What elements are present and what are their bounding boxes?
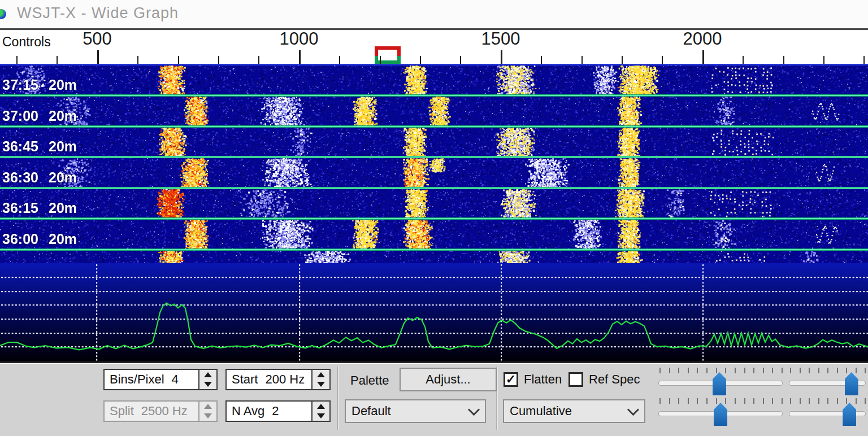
spectrum-display[interactable] bbox=[0, 263, 868, 361]
waterfall-band-label: 20m bbox=[49, 77, 77, 93]
waterfall-time-label: 36:00 bbox=[2, 231, 38, 247]
slider-tick bbox=[669, 368, 670, 373]
slider-tick bbox=[659, 398, 661, 404]
scale-minor-tick bbox=[420, 56, 421, 64]
adjust-button-label: Adjust... bbox=[426, 372, 470, 387]
waterfall-time-label: 37:15 bbox=[2, 77, 38, 93]
spectrum-mode-select[interactable]: Cumulative bbox=[503, 399, 645, 423]
slider-handle[interactable] bbox=[714, 403, 727, 426]
spectrum-gain-slider[interactable] bbox=[658, 398, 783, 426]
controls-label[interactable]: Controls bbox=[2, 34, 51, 50]
flatten-checkbox[interactable]: ✓ Flatten bbox=[504, 372, 562, 387]
flatten-label: Flatten bbox=[524, 372, 562, 387]
slider-tick bbox=[688, 368, 689, 373]
scale-minor-tick bbox=[137, 56, 138, 64]
slider-tick bbox=[800, 398, 801, 404]
slider-tick bbox=[772, 368, 773, 373]
spinner-buttons[interactable] bbox=[311, 402, 329, 421]
waterfall-band-label: 20m bbox=[49, 200, 77, 216]
spin-down-icon bbox=[199, 380, 216, 389]
slider-tick bbox=[790, 368, 791, 373]
scale-minor-tick bbox=[622, 56, 623, 64]
bins-pixel-label: Bins/Pixel bbox=[110, 372, 164, 386]
spinner-buttons[interactable] bbox=[198, 370, 216, 389]
scale-minor-tick bbox=[743, 56, 744, 64]
scale-minor-tick bbox=[863, 56, 865, 64]
palette-select[interactable]: Default bbox=[345, 399, 486, 423]
bins-pixel-spinbox[interactable]: Bins/Pixel4 bbox=[103, 369, 218, 390]
waterfall-gain-slider[interactable] bbox=[658, 368, 783, 396]
frequency-scale[interactable]: Controls 500100015002000 bbox=[0, 30, 868, 64]
slider-tick bbox=[837, 398, 838, 404]
slider-tick bbox=[827, 398, 828, 404]
ref-spec-label: Ref Spec bbox=[589, 372, 640, 387]
control-panel: Bins/Pixel4 Start200 Hz Split2500 Hz N A… bbox=[0, 361, 868, 436]
slider-tick bbox=[716, 398, 717, 404]
slider-tick bbox=[782, 368, 783, 373]
scale-minor-tick bbox=[380, 56, 381, 64]
palette-label: Palette bbox=[350, 373, 389, 388]
slider-handle[interactable] bbox=[713, 372, 726, 395]
scale-minor-tick bbox=[16, 56, 18, 64]
panel-separator bbox=[337, 367, 338, 430]
waterfall-display[interactable] bbox=[0, 64, 868, 263]
slider-tick bbox=[809, 398, 810, 404]
waterfall-band-label: 20m bbox=[49, 138, 77, 155]
slider-tick bbox=[725, 368, 726, 373]
split-hz-spinbox: Split2500 Hz bbox=[103, 400, 218, 422]
spin-up-icon bbox=[313, 402, 329, 411]
frequency-tick-label: 500 bbox=[58, 29, 137, 49]
scale-major-tick bbox=[702, 50, 704, 64]
frequency-tick-label: 2000 bbox=[663, 29, 742, 49]
tx-marker-icon bbox=[375, 46, 401, 56]
slider-tick bbox=[763, 398, 764, 404]
n-avg-label: N Avg bbox=[232, 404, 264, 418]
checkbox-box[interactable]: ✓ bbox=[504, 372, 518, 387]
slider-tick bbox=[846, 368, 847, 373]
split-value: 2500 Hz bbox=[141, 404, 188, 418]
slider-handle[interactable] bbox=[843, 403, 856, 426]
waterfall-zero-slider[interactable] bbox=[789, 368, 866, 396]
mode-selected-value: Cumulative bbox=[510, 404, 572, 418]
waterfall-band-label: 20m bbox=[49, 108, 77, 124]
slider-tick bbox=[725, 398, 726, 404]
frequency-tick-label: 1000 bbox=[259, 29, 338, 49]
start-hz-spinbox[interactable]: Start200 Hz bbox=[225, 369, 331, 390]
slider-tick bbox=[688, 398, 689, 404]
split-label: Split bbox=[110, 404, 134, 418]
slider-tick bbox=[753, 398, 754, 404]
palette-adjust-button[interactable]: Adjust... bbox=[400, 368, 497, 391]
n-avg-spinbox[interactable]: N Avg2 bbox=[225, 400, 331, 422]
scale-minor-tick bbox=[258, 56, 259, 64]
spinner-buttons[interactable] bbox=[311, 370, 329, 389]
spin-up-icon bbox=[199, 402, 216, 411]
title-bar[interactable]: WSJT-X - Wide Graph bbox=[0, 0, 868, 30]
slider-tick bbox=[706, 368, 708, 373]
slider-tick bbox=[753, 368, 754, 373]
slider-tick bbox=[735, 398, 736, 404]
slider-tick bbox=[800, 368, 801, 373]
slider-tick bbox=[865, 398, 866, 404]
scale-minor-tick bbox=[460, 56, 461, 64]
slider-handle[interactable] bbox=[845, 372, 858, 395]
scale-minor-tick bbox=[662, 56, 663, 64]
slider-tick bbox=[865, 368, 866, 373]
scale-minor-tick bbox=[339, 56, 340, 64]
spin-down-icon bbox=[313, 411, 329, 421]
ref-spec-checkbox[interactable]: Ref Spec bbox=[568, 372, 640, 387]
checkbox-box[interactable] bbox=[568, 372, 583, 387]
rx-tx-frequency-marker[interactable] bbox=[375, 46, 401, 64]
scale-major-tick bbox=[299, 50, 301, 64]
slider-tick bbox=[706, 398, 708, 404]
waterfall-time-label: 36:45 bbox=[2, 138, 38, 155]
slider-tick bbox=[856, 398, 857, 404]
scale-minor-tick bbox=[581, 56, 583, 64]
app-icon bbox=[0, 9, 6, 19]
rx-marker-icon bbox=[375, 56, 401, 64]
frequency-tick-label: 1500 bbox=[461, 29, 540, 49]
slider-tick bbox=[809, 368, 810, 373]
scale-minor-tick bbox=[57, 56, 58, 64]
slider-tick bbox=[790, 398, 791, 404]
slider-tick bbox=[782, 398, 783, 404]
spectrum-zero-slider[interactable] bbox=[789, 398, 866, 426]
